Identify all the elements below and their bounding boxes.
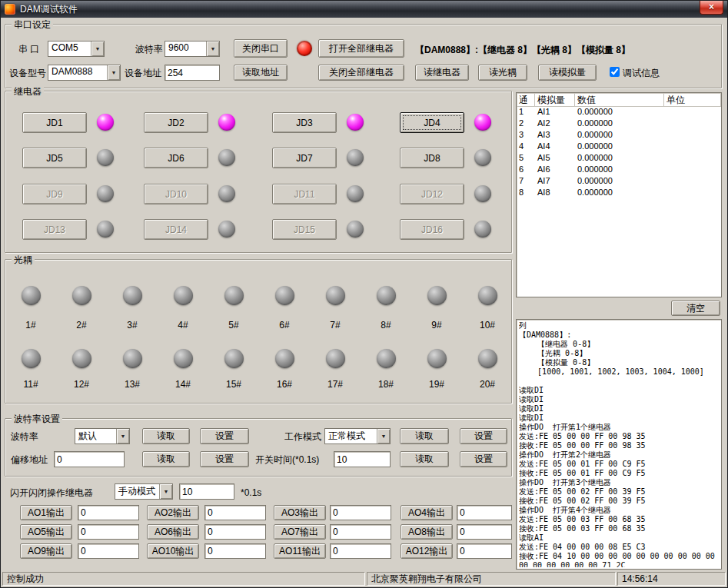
relay-button-4[interactable]: JD4: [400, 112, 464, 133]
relay-button-11[interactable]: JD11: [272, 184, 337, 204]
titlebar: DAM调试软件 ×: [1, 1, 727, 18]
relay-button-2[interactable]: JD2: [144, 112, 208, 133]
relay-button-1-label: JD1: [46, 118, 62, 128]
close-serial-button[interactable]: 关闭串口: [234, 39, 288, 58]
chevron-down-icon[interactable]: ▼: [377, 429, 390, 443]
ao-value-input-3[interactable]: [330, 505, 391, 520]
opto-light-9: [427, 286, 447, 305]
ao-output-button-11[interactable]: AO11输出: [274, 543, 326, 559]
relay-button-16[interactable]: JD16: [400, 219, 464, 240]
ao-value-input-2[interactable]: [204, 505, 266, 520]
analog-col-value: 数值: [575, 93, 664, 106]
relay-button-5[interactable]: JD5: [22, 148, 87, 168]
work-mode-combobox-value: 正常模式: [325, 429, 377, 443]
cell-name: AI1: [535, 107, 575, 118]
serial-settings-group: 串口设定 串 口 COM5 ▼ 波特率 9600 ▼ 关闭串口 打开全部继电器 …: [5, 24, 722, 88]
ao-value-input-8[interactable]: [457, 524, 512, 540]
work-mode-read-button[interactable]: 读取: [400, 428, 449, 444]
ao-value-input-4[interactable]: [457, 505, 512, 520]
ao-output-button-7[interactable]: AO7输出: [274, 524, 326, 540]
ao-output-button-6[interactable]: AO6输出: [147, 524, 199, 540]
relay-light-10: [218, 185, 235, 202]
opto-label-15: 15#: [221, 379, 246, 390]
chevron-down-icon[interactable]: ▼: [206, 42, 219, 56]
relay-button-7[interactable]: JD7: [272, 148, 337, 168]
ao-value-input-10[interactable]: [204, 543, 266, 559]
flash-time-input[interactable]: [179, 483, 234, 500]
ao-output-button-8[interactable]: AO8输出: [401, 524, 453, 540]
ao-output-button-9[interactable]: AO9输出: [20, 543, 72, 559]
relay-button-14[interactable]: JD14: [144, 219, 208, 240]
relay-button-13[interactable]: JD13: [22, 219, 87, 240]
relay-button-15[interactable]: JD15: [272, 219, 337, 240]
ao-output-button-2[interactable]: AO2输出: [147, 505, 199, 520]
read-relays-button[interactable]: 读继电器: [415, 65, 469, 81]
chevron-down-icon[interactable]: ▼: [159, 484, 172, 499]
opto-label-17: 17#: [323, 379, 347, 390]
baud-combobox[interactable]: 9600 ▼: [165, 41, 220, 57]
relay-button-6[interactable]: JD6: [144, 148, 208, 168]
cell-ch: 6: [517, 164, 535, 176]
read-address-button[interactable]: 读取地址: [234, 65, 288, 81]
opto-label-8: 8#: [374, 320, 398, 331]
offset-set-button[interactable]: 设置: [200, 451, 249, 467]
relay-light-16: [474, 221, 491, 238]
work-mode-set-button[interactable]: 设置: [460, 428, 507, 444]
device-addr-input[interactable]: [165, 65, 220, 81]
ao-output-button-4[interactable]: AO4输出: [401, 505, 453, 520]
read-opto-button[interactable]: 读光耦: [478, 65, 527, 81]
cell-ch: 1: [517, 107, 535, 118]
open-all-relays-button[interactable]: 打开全部继电器: [318, 39, 404, 58]
offset-read-button[interactable]: 读取: [142, 451, 190, 467]
offset-addr-input[interactable]: [54, 451, 125, 467]
analog-col-unit: 单位: [664, 93, 721, 106]
baud-setting-combobox[interactable]: 默认 ▼: [75, 428, 130, 444]
read-analog-button[interactable]: 读模拟量: [538, 65, 597, 81]
ao-output-button-10[interactable]: AO10输出: [147, 543, 199, 559]
debug-info-checkbox[interactable]: [610, 67, 620, 77]
switch-time-input[interactable]: [334, 451, 391, 467]
cell-name: AI7: [535, 176, 575, 188]
opto-light-15: [224, 349, 244, 368]
ao-value-input-7[interactable]: [330, 524, 391, 540]
ao-value-input-12[interactable]: [457, 543, 512, 559]
relay-button-4-label: JD4: [424, 118, 440, 128]
work-mode-combobox[interactable]: 正常模式 ▼: [324, 428, 391, 444]
offset-read-button-label: 读取: [157, 453, 175, 466]
device-summary: 【DAM0888】:【继电器 8】【光耦 8】【模拟量 8】: [415, 45, 630, 55]
ao-output-button-3[interactable]: AO3输出: [274, 505, 326, 520]
baud-read-button[interactable]: 读取: [142, 428, 190, 444]
switch-time-read-button[interactable]: 读取: [400, 451, 449, 467]
chevron-down-icon[interactable]: ▼: [107, 65, 120, 80]
relay-button-1[interactable]: JD1: [22, 112, 87, 133]
ao-output-button-12[interactable]: AO12输出: [401, 543, 453, 559]
clear-button[interactable]: 清空: [671, 301, 720, 316]
ao-value-input-9[interactable]: [78, 543, 139, 559]
baud-set-button[interactable]: 设置: [200, 428, 249, 444]
opto-light-3: [123, 286, 142, 305]
relay-button-3-label: JD3: [296, 118, 312, 128]
flash-mode-combobox[interactable]: 手动模式 ▼: [115, 483, 173, 500]
cell-name: AI3: [535, 130, 575, 141]
relay-button-3[interactable]: JD3: [272, 112, 337, 133]
ao-value-input-11[interactable]: [330, 543, 391, 559]
ao-output-button-1[interactable]: AO1输出: [20, 505, 72, 520]
model-combobox[interactable]: DAM0888 ▼: [48, 65, 121, 81]
relay-button-10[interactable]: JD10: [144, 184, 208, 204]
relay-button-8[interactable]: JD8: [400, 148, 464, 168]
chevron-down-icon[interactable]: ▼: [91, 42, 104, 56]
baud-read-button-label: 读取: [157, 430, 175, 443]
ao-output-button-5[interactable]: AO5输出: [20, 524, 72, 540]
ao-value-input-6[interactable]: [204, 524, 266, 540]
close-button[interactable]: ×: [700, 1, 723, 15]
ao-value-input-1[interactable]: [78, 505, 139, 520]
relay-button-10-label: JD10: [165, 189, 187, 200]
relay-button-9[interactable]: JD9: [22, 184, 87, 204]
port-combobox[interactable]: COM5 ▼: [48, 41, 105, 57]
close-all-relays-button[interactable]: 关闭全部继电器: [318, 65, 404, 81]
relay-button-12[interactable]: JD12: [400, 184, 464, 204]
ao-value-input-5[interactable]: [78, 524, 139, 540]
chevron-down-icon[interactable]: ▼: [116, 429, 129, 443]
opto-label-2: 2#: [69, 320, 94, 331]
switch-time-set-button[interactable]: 设置: [460, 451, 507, 467]
